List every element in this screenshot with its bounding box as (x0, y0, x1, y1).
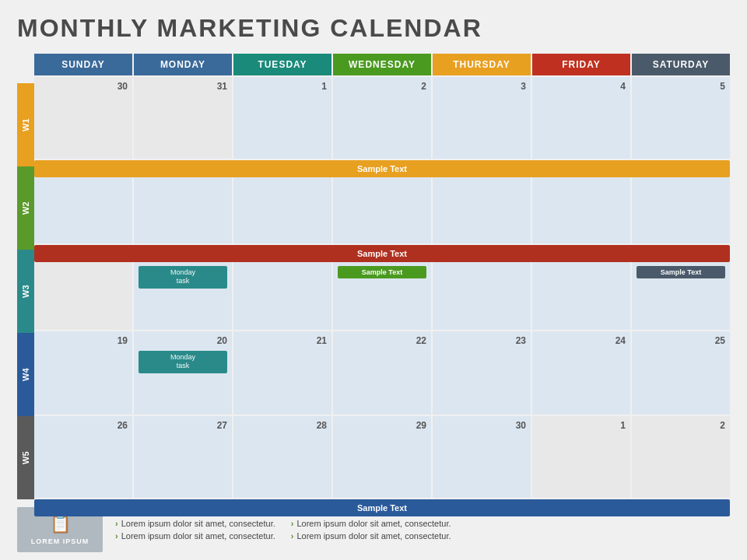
day-number: 19 (39, 334, 128, 348)
day-header-tuesday: TUESDAY (233, 54, 331, 75)
day-number: 24 (537, 334, 626, 348)
day-number: 28 (238, 419, 327, 432)
footer-text-row-1: › Lorem ipsum dolor sit amet, consectetu… (115, 519, 451, 528)
footer-text: › Lorem ipsum dolor sit amet, consectetu… (115, 519, 451, 541)
event-banner: Sample Text (34, 245, 730, 262)
day-number: 27 (139, 419, 227, 432)
day-number: 3 (437, 80, 526, 93)
day-cell: 23 (433, 331, 531, 415)
day-number: 1 (537, 419, 626, 432)
footer-bullet-1: › Lorem ipsum dolor sit amet, consectetu… (115, 519, 275, 528)
week-row-1: 303112345Sample Text (34, 77, 730, 160)
day-number: 2 (338, 80, 426, 93)
day-header-sunday: SUNDAY (34, 54, 132, 75)
day-cell: 4 (532, 77, 630, 159)
day-number: 4 (537, 80, 626, 93)
day-number: 26 (39, 419, 128, 432)
day-number: 30 (39, 80, 128, 93)
day-number: 31 (139, 80, 227, 93)
event-banner: Sample Text (34, 499, 730, 516)
day-cell: 29 (333, 416, 431, 498)
footer-bullet-4: › Lorem ipsum dolor sit amet, consectetu… (291, 531, 451, 541)
week-label-w3: W3 (17, 250, 34, 333)
day-cell: 1 (233, 77, 331, 159)
day-header-saturday: SATURDAY (632, 54, 730, 75)
day-cell: 31 (134, 77, 232, 159)
day-number: 21 (238, 334, 327, 348)
day-cell: 28 (233, 416, 331, 498)
week-label-w2: W2 (17, 166, 34, 250)
day-cell: 25 (632, 331, 730, 415)
day-number: 1 (238, 80, 327, 93)
day-number: 25 (637, 334, 725, 348)
day-header-thursday: THURSDAY (433, 54, 531, 75)
day-number: 22 (338, 334, 426, 348)
day-task: Monday task (139, 266, 227, 289)
day-task: Monday task (139, 351, 227, 373)
week-row-5: 262728293012Sample Text (34, 416, 730, 499)
page-title: MONTHLY MARKETING CALENDAR (17, 14, 730, 43)
day-cell: 26 (34, 416, 132, 498)
week-label-w5: W5 (17, 416, 34, 499)
week-row-4: 1920Monday task2122232425 (34, 331, 730, 415)
day-header-wednesday: WEDNESDAY (333, 54, 431, 75)
day-cell: 27 (134, 416, 232, 498)
day-cell: 19 (34, 331, 132, 415)
event-banner: Sample Text (34, 160, 730, 177)
clipboard-icon: 📋 (50, 514, 71, 534)
footer-bullet-3: › Lorem ipsum dolor sit amet, consectetu… (115, 531, 275, 541)
day-number: 2 (637, 419, 725, 432)
day-cell: 21 (233, 331, 331, 415)
inline-event: Sample Text (637, 266, 725, 278)
day-cell: 20Monday task (134, 331, 232, 415)
footer-bullet-2: › Lorem ipsum dolor sit amet, consectetu… (291, 519, 451, 528)
day-cell: 3 (433, 77, 531, 159)
inline-event: Sample Text (338, 266, 426, 278)
footer-text-row-2: › Lorem ipsum dolor sit amet, consectetu… (115, 531, 451, 541)
day-cell: 2 (632, 416, 730, 498)
footer-icon-label: LOREM IPSUM (31, 537, 89, 545)
day-cell: 30 (34, 77, 132, 159)
day-cell: 2 (333, 77, 431, 159)
day-number: 30 (437, 419, 526, 432)
week-label-w1: W1 (17, 83, 34, 166)
day-cell: 24 (532, 331, 630, 415)
day-header-friday: FRIDAY (532, 54, 630, 75)
day-number: 5 (637, 80, 725, 93)
day-number: 23 (437, 334, 526, 348)
day-number: 20 (139, 334, 227, 348)
day-cell: 22 (333, 331, 431, 415)
day-cell: 1 (532, 416, 630, 498)
day-number: 29 (338, 419, 426, 432)
day-headers: SUNDAYMONDAYTUESDAYWEDNESDAYTHURSDAYFRID… (34, 54, 730, 75)
day-cell: 30 (433, 416, 531, 498)
day-header-monday: MONDAY (134, 54, 232, 75)
day-cell: 5 (632, 77, 730, 159)
week-label-w4: W4 (17, 333, 34, 416)
